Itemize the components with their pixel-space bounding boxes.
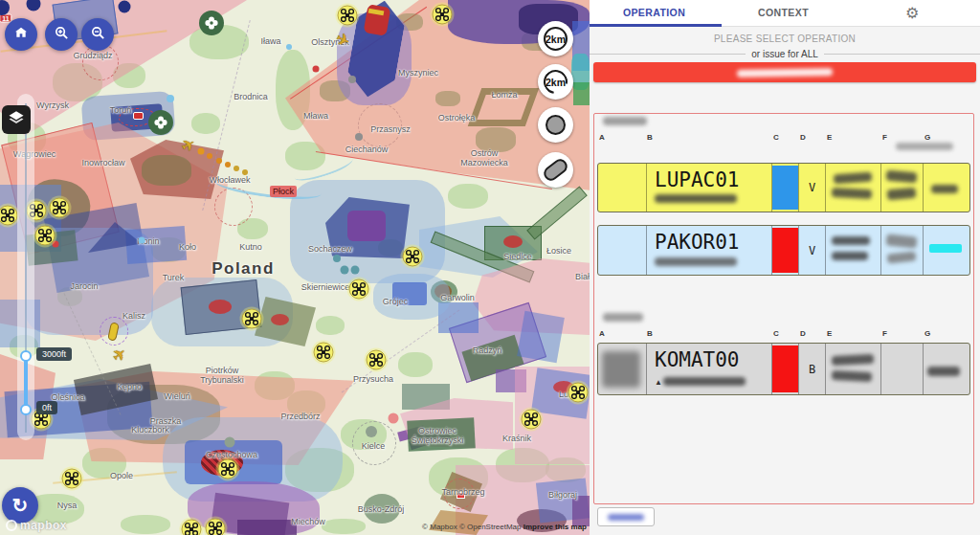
airspace-zone bbox=[476, 127, 516, 152]
drone-marker[interactable] bbox=[367, 350, 387, 370]
zoom-in-icon bbox=[54, 25, 70, 45]
cell-e bbox=[825, 226, 880, 275]
redacted-button-label bbox=[608, 514, 644, 521]
drone-icon bbox=[218, 459, 238, 479]
map-dot bbox=[286, 44, 292, 50]
cell-status-color bbox=[771, 164, 798, 212]
altitude-handle-min[interactable] bbox=[20, 404, 32, 415]
column-header: B bbox=[647, 329, 653, 338]
operation-panel: OPERATION CONTEXT ⚙ PLEASE SELECT OPERAT… bbox=[590, 0, 980, 535]
redacted-image bbox=[602, 351, 640, 388]
tab-operation[interactable]: OPERATION bbox=[590, 0, 719, 26]
drone-marker[interactable] bbox=[0, 206, 18, 226]
layers-button[interactable] bbox=[2, 105, 31, 134]
redacted-text bbox=[663, 377, 746, 386]
vegetation-patch bbox=[121, 515, 170, 534]
redacted-group-label bbox=[603, 117, 647, 125]
zoom-out-button[interactable] bbox=[81, 18, 114, 51]
radius-tool-arc[interactable]: 2km bbox=[538, 64, 573, 100]
zoom-out-icon bbox=[90, 25, 106, 45]
redacted-text bbox=[655, 194, 737, 203]
map-dot bbox=[348, 76, 356, 83]
issue-button[interactable] bbox=[597, 507, 655, 526]
column-header: A bbox=[599, 329, 605, 338]
drone-icon bbox=[433, 5, 453, 25]
column-header: G bbox=[924, 133, 930, 142]
altitude-handle-max[interactable] bbox=[20, 350, 32, 362]
cell-status-color bbox=[771, 226, 798, 275]
cell-status-color bbox=[771, 344, 798, 394]
drone-icon bbox=[50, 198, 70, 218]
redacted-text bbox=[886, 170, 918, 184]
admin-border bbox=[342, 310, 459, 393]
airspace-zone bbox=[517, 311, 565, 364]
redacted-text bbox=[832, 236, 870, 245]
drone-marker[interactable] bbox=[403, 247, 423, 267]
zoom-in-button[interactable] bbox=[45, 18, 78, 51]
redacted-text bbox=[832, 252, 868, 260]
improve-map-link: Improve this map bbox=[523, 523, 587, 531]
map-attribution[interactable]: © Mapbox © OpenStreetMap Improve this ma… bbox=[422, 523, 587, 531]
operation-row[interactable]: KOMAT00 ▲ B bbox=[597, 343, 970, 395]
altitude-min-tooltip: 0ft bbox=[36, 401, 57, 414]
drone-icon bbox=[206, 519, 226, 535]
drone-marker[interactable] bbox=[433, 5, 453, 25]
radius-label: 2km bbox=[546, 77, 566, 88]
filled-circle-icon bbox=[546, 115, 566, 135]
operator-marker[interactable] bbox=[199, 11, 224, 35]
airspace-zone bbox=[358, 103, 402, 147]
redacted-text bbox=[896, 143, 953, 150]
home-icon bbox=[13, 25, 29, 44]
cell-g bbox=[923, 164, 969, 212]
drone-marker[interactable] bbox=[50, 198, 70, 218]
pill-icon bbox=[541, 156, 570, 183]
mapbox-logo: mapbox bbox=[6, 519, 67, 532]
status-color-block bbox=[772, 166, 798, 210]
operator-marker[interactable] bbox=[148, 110, 173, 135]
layers-icon bbox=[8, 109, 25, 130]
ellipse-draw-tool[interactable] bbox=[538, 152, 573, 188]
drone-marker[interactable] bbox=[522, 410, 542, 430]
map-city-label: Kutno bbox=[239, 242, 262, 252]
map-dot bbox=[234, 166, 239, 171]
tab-context[interactable]: CONTEXT bbox=[719, 0, 848, 26]
drone-marker[interactable] bbox=[314, 343, 334, 363]
radius-tool-large[interactable]: 2km bbox=[538, 21, 573, 56]
settings-gear-icon[interactable]: ⚙ bbox=[905, 4, 919, 23]
circle-draw-tool[interactable] bbox=[538, 107, 573, 143]
map-city-label-highlighted: Płock bbox=[270, 186, 297, 197]
cell-callsign: PAKOR01 bbox=[646, 226, 771, 275]
cell-flag: V bbox=[798, 226, 825, 275]
drone-marker[interactable] bbox=[338, 6, 358, 26]
column-header: F bbox=[882, 133, 887, 142]
redacted-text bbox=[737, 68, 833, 78]
drone-icon bbox=[367, 350, 387, 370]
drone-marker[interactable] bbox=[35, 226, 56, 246]
vegetation-patch bbox=[322, 519, 366, 534]
issue-for-all-button[interactable] bbox=[593, 62, 976, 82]
map-city-label: Brodnica bbox=[234, 92, 268, 101]
airspace-zone bbox=[503, 235, 523, 248]
drone-marker[interactable] bbox=[242, 309, 262, 329]
operation-row[interactable]: PAKOR01 V bbox=[597, 225, 970, 276]
drone-marker[interactable] bbox=[218, 459, 238, 479]
drone-icon bbox=[403, 247, 423, 267]
drone-marker[interactable] bbox=[62, 469, 82, 489]
airspace-zone bbox=[271, 314, 289, 325]
cell-f bbox=[880, 226, 923, 275]
home-button[interactable] bbox=[5, 18, 37, 51]
drone-marker[interactable] bbox=[206, 519, 226, 535]
callsign: PAKOR01 bbox=[647, 231, 771, 254]
airspace-zone bbox=[237, 520, 297, 535]
redacted-group-label bbox=[603, 313, 643, 322]
airspace-zone bbox=[133, 112, 144, 120]
drone-marker[interactable] bbox=[182, 520, 202, 535]
drone-marker[interactable] bbox=[349, 279, 369, 300]
operation-row[interactable]: LUPAC01 V bbox=[597, 163, 970, 212]
airspace-zone bbox=[392, 282, 427, 305]
map-canvas[interactable]: GrudziądzIławaOlsztynekWyrzyskToruńBrodn… bbox=[0, 0, 590, 535]
map-dot bbox=[225, 437, 235, 448]
redacted-text bbox=[655, 257, 737, 266]
column-header: C bbox=[773, 133, 779, 142]
drone-marker[interactable] bbox=[568, 383, 589, 403]
